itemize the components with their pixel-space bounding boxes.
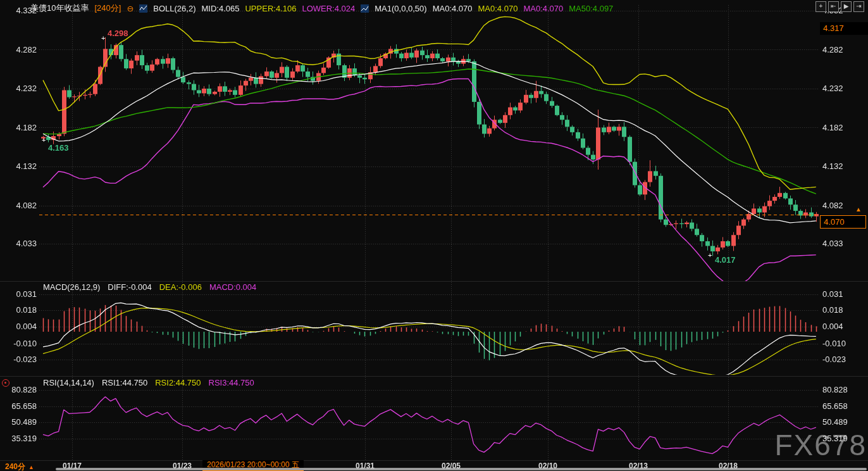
price-axis-label-left: 4.132	[0, 161, 37, 172]
price-axis-label-right: 4.232	[822, 84, 843, 94]
rsi1-value: RSI1:44.750	[102, 378, 147, 387]
price-axis-label-left: 4.082	[0, 201, 37, 211]
rsi-axis-label-right: 50.489	[822, 417, 848, 427]
boll-mid-value: MID:4.065	[202, 4, 240, 13]
macd-axis-label-right: 0.004	[822, 322, 843, 332]
auto-scroll-icon[interactable]: ▶	[841, 1, 852, 12]
ma50-value: MA50:4.097	[569, 4, 613, 13]
rsi-axis-label-left: 50.489	[0, 417, 37, 427]
ma0-yellow-value: MA0:4.070	[478, 4, 518, 13]
chart-canvas[interactable]	[0, 0, 868, 471]
macd-axis-label-right: 0.018	[822, 305, 843, 315]
zoom-out-icon[interactable]: ⊖	[127, 4, 133, 13]
rsi-axis-label-left: 65.658	[0, 401, 37, 411]
price-axis-label-right: 4.082	[822, 201, 843, 211]
instrument-title: 美债10年收益率	[30, 3, 89, 14]
price-axis-label-right: 4.132	[822, 161, 843, 172]
macd-axis-label-left: -0.010	[0, 339, 37, 349]
macd-axis-label-left: 0.018	[0, 305, 37, 315]
chart-app: 美债10年收益率 [240分] ⊖ BOLL(26,2) MID:4.065 U…	[0, 0, 868, 471]
macd-axis-label-right: 0.031	[822, 289, 843, 299]
boll-lower-value: LOWER:4.024	[302, 4, 355, 13]
bottom-timeframe-selector[interactable]: 240分 ▲	[5, 462, 34, 471]
crosshair-icon[interactable]: +	[815, 1, 826, 12]
chart-toolbar: +⇤▶⇥	[815, 1, 864, 12]
watermark: FX678	[774, 428, 867, 462]
price-axis-label-right: 4.182	[822, 123, 843, 133]
date-axis-label: 01/17	[57, 462, 87, 470]
rsi-header: RSI(14,14,14) RSI1:44.750 RSI2:44.750 RS…	[43, 378, 254, 387]
macd-axis-label-left: 0.004	[0, 322, 37, 332]
macd-axis-label-right: -0.023	[822, 355, 846, 365]
price-axis-label-right: 4.033	[822, 239, 843, 249]
macd-axis-label-right: -0.010	[822, 339, 846, 349]
low-right-cross-marker: +	[708, 252, 712, 259]
date-axis-label: 02/13	[623, 462, 654, 470]
price-axis-label-right: 4.282	[822, 45, 843, 55]
shift-right-icon[interactable]: ⇥	[853, 1, 864, 12]
date-axis-label: 02/18	[713, 462, 743, 470]
price-up-arrow-icon: ▲	[855, 206, 862, 213]
rsi-axis-label-right: 35.319	[822, 434, 848, 444]
ma0-magenta-value: MA0:4.070	[523, 4, 563, 13]
high-cross-marker: +	[101, 35, 105, 42]
rsi-axis-label-right: 65.658	[822, 401, 848, 411]
rsi-axis-label-left: 80.828	[0, 385, 37, 395]
bottom-timeframe-label: 240分	[5, 462, 25, 471]
timeframe-arrow-icon: ▲	[28, 464, 34, 470]
macd-header: MACD(26,12,9) DIFF:-0.004 DEA:-0.006 MAC…	[43, 282, 256, 292]
swing-low-left-annotation: 4.163	[48, 143, 69, 153]
high-price-marker: 4.317	[820, 22, 868, 35]
rsi-label: RSI(14,14,14)	[43, 378, 94, 387]
ma0-white-value: MA0:4.070	[433, 4, 473, 13]
price-axis-label-left: 4.232	[0, 84, 37, 94]
price-axis-label-left: 4.182	[0, 123, 37, 133]
current-price-box: 4.070	[820, 215, 866, 229]
macd-axis-label-left: 0.031	[0, 289, 37, 299]
boll-upper-value: UPPER:4.106	[245, 4, 296, 13]
macd-label: MACD(26,12,9)	[43, 282, 100, 292]
date-axis-label: 01/31	[350, 462, 380, 470]
macd-hist-value: MACD:0.004	[209, 282, 256, 292]
timeframe-badge[interactable]: [240分]	[94, 3, 121, 14]
ma-label: MA1(0,0,0,50)	[375, 4, 426, 13]
rsi2-value: RSI2:44.750	[155, 378, 201, 387]
indicator-header: 美债10年收益率 [240分] ⊖ BOLL(26,2) MID:4.065 U…	[30, 2, 613, 15]
pan-left-icon[interactable]: ⇤	[828, 1, 839, 12]
date-axis-label: 01/23	[167, 462, 197, 470]
swing-high-annotation: 4.298	[108, 28, 128, 38]
swing-low-right-annotation: 4.017	[715, 255, 736, 265]
rsi3-value: RSI3:44.750	[209, 378, 254, 387]
date-axis-label: 02/10	[533, 462, 563, 470]
rsi-axis-label-right: 80.828	[822, 385, 848, 395]
macd-axis-label-left: -0.023	[0, 355, 37, 365]
macd-diff-value: DIFF:-0.004	[108, 282, 151, 292]
price-axis-label-left: 4.282	[0, 45, 37, 55]
boll-indicator-icon	[139, 4, 147, 13]
boll-label: BOLL(26,2)	[153, 4, 195, 13]
ma-indicator-icon	[361, 4, 369, 13]
macd-dea-value: DEA:-0.006	[159, 282, 202, 292]
low-left-cross-marker: +	[42, 137, 46, 144]
rsi-axis-label-left: 35.319	[0, 434, 37, 444]
price-axis-label-left: 4.033	[0, 239, 37, 249]
date-axis-label: 02/05	[436, 462, 466, 470]
